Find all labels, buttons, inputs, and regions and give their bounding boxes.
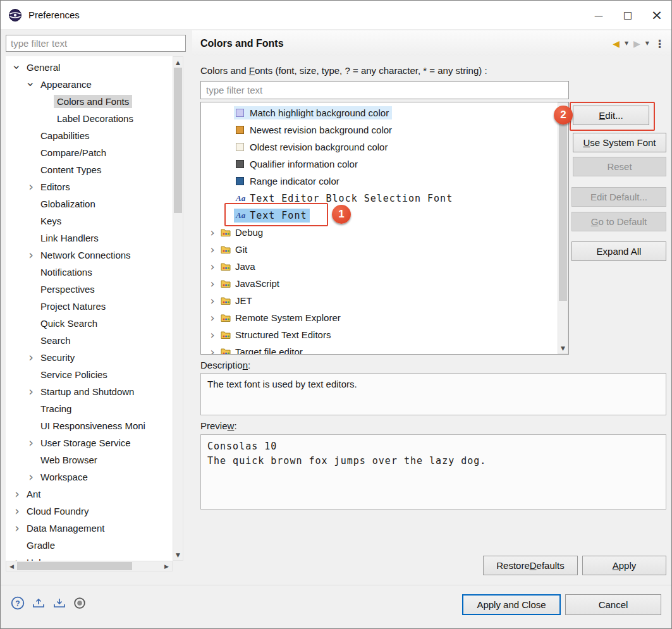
category-expander-icon[interactable]	[207, 295, 217, 307]
scroll-left-icon[interactable]	[6, 561, 17, 571]
colors-fonts-filter-input[interactable]	[200, 81, 569, 99]
sidebar-tree-item[interactable]: Compare/Patch	[6, 144, 173, 161]
tree-expander-icon[interactable]	[25, 195, 37, 212]
sidebar-tree-item[interactable]: Editors	[6, 178, 173, 195]
tree-expander-icon[interactable]	[25, 161, 37, 178]
sidebar-tree-item[interactable]: Service Policies	[6, 366, 173, 383]
tree-expander-icon[interactable]	[41, 93, 54, 110]
sidebar-tree-item[interactable]: UI Responsiveness Moni	[6, 417, 173, 434]
sidebar-horizontal-scrollbar[interactable]	[6, 561, 173, 571]
tree-expander-icon[interactable]	[25, 212, 37, 229]
sidebar-filter-input[interactable]	[6, 35, 186, 52]
apply-button[interactable]: Apply	[582, 556, 666, 575]
sidebar-tree-item[interactable]: Keys	[6, 212, 173, 229]
tree-expander-icon[interactable]	[25, 315, 37, 332]
category-expander-icon[interactable]	[207, 346, 217, 355]
forward-arrow-icon[interactable]	[633, 39, 640, 49]
scroll-down-icon[interactable]	[173, 549, 183, 560]
sidebar-tree-item[interactable]: Globalization	[6, 195, 173, 212]
sidebar-tree-item[interactable]: Content Types	[6, 161, 173, 178]
tree-expander-icon[interactable]	[11, 520, 23, 537]
scroll-down-icon[interactable]	[558, 343, 568, 353]
category-expander-icon[interactable]	[207, 312, 217, 324]
category-expander-icon[interactable]	[207, 278, 217, 290]
back-history-dropdown-icon[interactable]	[625, 40, 628, 46]
tree-expander-icon[interactable]	[25, 178, 37, 195]
sidebar-tree-item[interactable]: Network Connections	[6, 247, 173, 264]
close-icon[interactable]: ×	[642, 1, 671, 29]
scrollbar-thumb[interactable]	[174, 68, 182, 213]
use-system-font-button[interactable]: Use System Font	[573, 133, 666, 152]
tree-expander-icon[interactable]	[25, 144, 37, 161]
category-expander-icon[interactable]	[207, 227, 217, 238]
tree-expander-icon[interactable]	[11, 554, 23, 561]
forward-history-dropdown-icon[interactable]	[645, 40, 649, 46]
tree-expander-icon[interactable]	[11, 59, 23, 76]
colors-fonts-list-item[interactable]: Git	[201, 241, 568, 258]
sidebar-tree-item[interactable]: Colors and Fonts	[6, 93, 173, 110]
sidebar-tree-item[interactable]: Startup and Shutdown	[6, 383, 173, 400]
colors-fonts-list-item[interactable]: Remote System Explorer	[201, 309, 568, 326]
colors-fonts-list-item[interactable]: Debug	[201, 224, 568, 241]
sidebar-tree-item[interactable]: Help	[6, 554, 173, 561]
tree-expander-icon[interactable]	[25, 366, 37, 383]
minimize-icon[interactable]: —	[584, 1, 613, 29]
preference-recorder-icon[interactable]	[73, 597, 86, 609]
export-preferences-icon[interactable]	[32, 597, 46, 609]
scrollbar-thumb[interactable]	[17, 562, 132, 570]
tree-expander-icon[interactable]	[41, 110, 54, 127]
colors-fonts-list-item[interactable]: JavaScript	[201, 275, 568, 292]
colors-fonts-list-item[interactable]: Oldest revision background color	[201, 138, 568, 156]
sidebar-tree-item[interactable]: Perspectives	[6, 281, 173, 298]
tree-expander-icon[interactable]	[11, 503, 23, 520]
tree-expander-icon[interactable]	[25, 229, 37, 247]
sidebar-tree-item[interactable]: User Storage Service	[6, 434, 173, 451]
tree-expander-icon[interactable]	[25, 332, 37, 349]
colors-fonts-list-item[interactable]: Java	[201, 258, 568, 275]
sidebar-tree-item[interactable]: Gradle	[6, 537, 173, 554]
sidebar-tree-item[interactable]: Data Management	[6, 520, 173, 537]
tree-expander-icon[interactable]	[25, 417, 37, 434]
tree-expander-icon[interactable]	[25, 349, 37, 366]
colors-fonts-list-item[interactable]: Target file editor	[201, 343, 568, 355]
tree-expander-icon[interactable]	[25, 434, 37, 451]
sidebar-tree-item[interactable]: Notifications	[6, 264, 173, 281]
category-expander-icon[interactable]	[207, 244, 217, 255]
sidebar-tree-item[interactable]: Security	[6, 349, 173, 366]
expand-all-button[interactable]: Expand All	[571, 241, 666, 261]
tree-expander-icon[interactable]	[25, 76, 37, 93]
scrollbar-thumb[interactable]	[559, 114, 567, 301]
sidebar-tree-item[interactable]: Label Decorations	[6, 110, 173, 127]
colors-fonts-list-item[interactable]: Newest revision background color	[201, 121, 568, 138]
list-vertical-scrollbar[interactable]	[558, 102, 568, 354]
scroll-right-icon[interactable]	[161, 561, 172, 571]
colors-fonts-list-item[interactable]: Match highlight background color	[201, 104, 568, 121]
sidebar-vertical-scrollbar[interactable]	[173, 56, 183, 561]
colors-fonts-list-item[interactable]: JET	[201, 292, 568, 309]
import-preferences-icon[interactable]	[52, 597, 66, 609]
category-expander-icon[interactable]	[207, 329, 217, 341]
colors-fonts-list-item[interactable]: Range indicator color	[201, 173, 568, 190]
sidebar-tree-item[interactable]: Tracing	[6, 400, 173, 417]
tree-expander-icon[interactable]	[11, 537, 23, 554]
colors-fonts-list-item[interactable]: Structured Text Editors	[201, 326, 568, 343]
sidebar-tree-item[interactable]: Workspace	[6, 468, 173, 485]
colors-fonts-list-item[interactable]: Qualifier information color	[201, 156, 568, 173]
sidebar-tree-item[interactable]: General	[6, 59, 173, 76]
tree-expander-icon[interactable]	[25, 298, 37, 315]
sidebar-tree-item[interactable]: Link Handlers	[6, 229, 173, 247]
restore-defaults-button[interactable]: Restore Defaults	[483, 556, 578, 575]
tree-expander-icon[interactable]	[25, 451, 37, 468]
sidebar-tree-item[interactable]: Appearance	[6, 76, 173, 93]
apply-and-close-button[interactable]: Apply and Close	[462, 594, 561, 615]
help-icon[interactable]: ?	[11, 596, 25, 610]
tree-expander-icon[interactable]	[25, 264, 37, 281]
tree-expander-icon[interactable]	[25, 281, 37, 298]
tree-expander-icon[interactable]	[25, 247, 37, 264]
tree-expander-icon[interactable]	[25, 127, 37, 144]
tree-expander-icon[interactable]	[25, 383, 37, 400]
sidebar-tree-item[interactable]: Project Natures	[6, 298, 173, 315]
sidebar-tree-item[interactable]: Ant	[6, 485, 173, 503]
cancel-button[interactable]: Cancel	[565, 594, 661, 615]
sidebar-tree-item[interactable]: Quick Search	[6, 315, 173, 332]
